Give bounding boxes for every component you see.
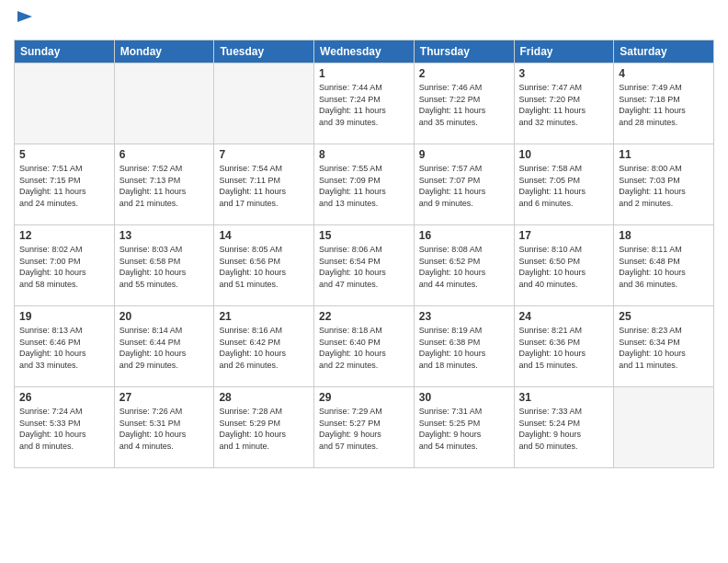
day-info: Sunrise: 7:54 AM Sunset: 7:11 PM Dayligh… <box>219 163 309 209</box>
day-info: Sunrise: 8:06 AM Sunset: 6:54 PM Dayligh… <box>319 244 409 290</box>
day-number: 23 <box>419 310 509 323</box>
day-info: Sunrise: 7:29 AM Sunset: 5:27 PM Dayligh… <box>319 406 409 452</box>
day-info: Sunrise: 8:02 AM Sunset: 7:00 PM Dayligh… <box>19 244 109 290</box>
day-number: 6 <box>119 148 210 161</box>
calendar-cell: 4Sunrise: 7:49 AM Sunset: 7:18 PM Daylig… <box>614 63 714 144</box>
svg-marker-0 <box>17 11 32 22</box>
day-info: Sunrise: 8:03 AM Sunset: 6:58 PM Dayligh… <box>119 244 210 290</box>
day-info: Sunrise: 7:46 AM Sunset: 7:22 PM Dayligh… <box>419 82 509 128</box>
day-number: 14 <box>219 229 309 242</box>
weekday-header: Friday <box>514 40 614 63</box>
calendar-cell: 24Sunrise: 8:21 AM Sunset: 6:36 PM Dayli… <box>514 306 614 387</box>
day-number: 4 <box>619 67 709 80</box>
weekday-header: Wednesday <box>314 40 415 63</box>
day-number: 12 <box>19 229 109 242</box>
calendar-cell: 20Sunrise: 8:14 AM Sunset: 6:44 PM Dayli… <box>114 306 214 387</box>
calendar-week-row: 26Sunrise: 7:24 AM Sunset: 5:33 PM Dayli… <box>15 387 714 468</box>
day-info: Sunrise: 8:21 AM Sunset: 6:36 PM Dayligh… <box>519 325 609 371</box>
day-number: 10 <box>519 148 609 161</box>
day-info: Sunrise: 8:05 AM Sunset: 6:56 PM Dayligh… <box>219 244 309 290</box>
day-info: Sunrise: 7:31 AM Sunset: 5:25 PM Dayligh… <box>419 406 509 452</box>
day-number: 11 <box>619 148 709 161</box>
day-number: 18 <box>619 229 709 242</box>
day-number: 1 <box>319 67 409 80</box>
calendar-header-row: SundayMondayTuesdayWednesdayThursdayFrid… <box>15 40 714 63</box>
day-number: 24 <box>519 310 609 323</box>
calendar-cell: 28Sunrise: 7:28 AM Sunset: 5:29 PM Dayli… <box>214 387 314 468</box>
calendar-cell <box>114 63 214 144</box>
day-info: Sunrise: 7:26 AM Sunset: 5:31 PM Dayligh… <box>119 406 210 452</box>
day-number: 7 <box>219 148 309 161</box>
day-info: Sunrise: 8:08 AM Sunset: 6:52 PM Dayligh… <box>419 244 509 290</box>
weekday-header: Tuesday <box>214 40 314 63</box>
calendar-cell: 27Sunrise: 7:26 AM Sunset: 5:31 PM Dayli… <box>114 387 214 468</box>
calendar-cell: 14Sunrise: 8:05 AM Sunset: 6:56 PM Dayli… <box>214 225 314 306</box>
calendar-cell: 15Sunrise: 8:06 AM Sunset: 6:54 PM Dayli… <box>314 225 415 306</box>
calendar-cell: 12Sunrise: 8:02 AM Sunset: 7:00 PM Dayli… <box>15 225 115 306</box>
day-info: Sunrise: 7:44 AM Sunset: 7:24 PM Dayligh… <box>319 82 409 128</box>
weekday-header: Thursday <box>414 40 514 63</box>
calendar-cell: 11Sunrise: 8:00 AM Sunset: 7:03 PM Dayli… <box>614 144 714 225</box>
weekday-header: Saturday <box>614 40 714 63</box>
calendar-cell: 7Sunrise: 7:54 AM Sunset: 7:11 PM Daylig… <box>214 144 314 225</box>
calendar-cell: 19Sunrise: 8:13 AM Sunset: 6:46 PM Dayli… <box>15 306 115 387</box>
day-info: Sunrise: 8:10 AM Sunset: 6:50 PM Dayligh… <box>519 244 609 290</box>
day-info: Sunrise: 8:18 AM Sunset: 6:40 PM Dayligh… <box>319 325 409 371</box>
day-info: Sunrise: 7:24 AM Sunset: 5:33 PM Dayligh… <box>19 406 109 452</box>
day-info: Sunrise: 8:00 AM Sunset: 7:03 PM Dayligh… <box>619 163 709 209</box>
day-info: Sunrise: 8:14 AM Sunset: 6:44 PM Dayligh… <box>119 325 210 371</box>
day-number: 17 <box>519 229 609 242</box>
calendar-cell: 21Sunrise: 8:16 AM Sunset: 6:42 PM Dayli… <box>214 306 314 387</box>
calendar-cell: 30Sunrise: 7:31 AM Sunset: 5:25 PM Dayli… <box>414 387 514 468</box>
calendar-cell: 10Sunrise: 7:58 AM Sunset: 7:05 PM Dayli… <box>514 144 614 225</box>
calendar-cell: 3Sunrise: 7:47 AM Sunset: 7:20 PM Daylig… <box>514 63 614 144</box>
calendar-cell: 26Sunrise: 7:24 AM Sunset: 5:33 PM Dayli… <box>15 387 115 468</box>
day-number: 5 <box>19 148 109 161</box>
calendar-cell: 29Sunrise: 7:29 AM Sunset: 5:27 PM Dayli… <box>314 387 415 468</box>
day-number: 9 <box>419 148 509 161</box>
calendar-cell: 6Sunrise: 7:52 AM Sunset: 7:13 PM Daylig… <box>114 144 214 225</box>
calendar-cell: 8Sunrise: 7:55 AM Sunset: 7:09 PM Daylig… <box>314 144 415 225</box>
day-info: Sunrise: 8:23 AM Sunset: 6:34 PM Dayligh… <box>619 325 709 371</box>
day-number: 31 <box>519 391 609 404</box>
page: SundayMondayTuesdayWednesdayThursdayFrid… <box>0 0 728 563</box>
day-info: Sunrise: 7:49 AM Sunset: 7:18 PM Dayligh… <box>619 82 709 128</box>
day-number: 25 <box>619 310 709 323</box>
calendar-cell: 31Sunrise: 7:33 AM Sunset: 5:24 PM Dayli… <box>514 387 614 468</box>
day-info: Sunrise: 8:16 AM Sunset: 6:42 PM Dayligh… <box>219 325 309 371</box>
day-info: Sunrise: 7:55 AM Sunset: 7:09 PM Dayligh… <box>319 163 409 209</box>
day-number: 13 <box>119 229 210 242</box>
day-info: Sunrise: 8:11 AM Sunset: 6:48 PM Dayligh… <box>619 244 709 290</box>
calendar-cell <box>614 387 714 468</box>
day-number: 29 <box>319 391 409 404</box>
calendar-week-row: 19Sunrise: 8:13 AM Sunset: 6:46 PM Dayli… <box>15 306 714 387</box>
day-info: Sunrise: 7:28 AM Sunset: 5:29 PM Dayligh… <box>219 406 309 452</box>
day-info: Sunrise: 7:57 AM Sunset: 7:07 PM Dayligh… <box>419 163 509 209</box>
day-info: Sunrise: 8:13 AM Sunset: 6:46 PM Dayligh… <box>19 325 109 371</box>
weekday-header: Sunday <box>15 40 115 63</box>
day-number: 8 <box>319 148 409 161</box>
calendar-cell: 23Sunrise: 8:19 AM Sunset: 6:38 PM Dayli… <box>414 306 514 387</box>
day-number: 16 <box>419 229 509 242</box>
calendar-cell: 22Sunrise: 8:18 AM Sunset: 6:40 PM Dayli… <box>314 306 415 387</box>
calendar-cell: 1Sunrise: 7:44 AM Sunset: 7:24 PM Daylig… <box>314 63 415 144</box>
weekday-header: Monday <box>114 40 214 63</box>
day-info: Sunrise: 8:19 AM Sunset: 6:38 PM Dayligh… <box>419 325 509 371</box>
day-number: 22 <box>319 310 409 323</box>
day-number: 27 <box>119 391 210 404</box>
calendar-cell: 17Sunrise: 8:10 AM Sunset: 6:50 PM Dayli… <box>514 225 614 306</box>
header <box>14 9 714 32</box>
calendar-week-row: 12Sunrise: 8:02 AM Sunset: 7:00 PM Dayli… <box>15 225 714 306</box>
calendar-week-row: 5Sunrise: 7:51 AM Sunset: 7:15 PM Daylig… <box>15 144 714 225</box>
day-number: 26 <box>19 391 109 404</box>
day-number: 3 <box>519 67 609 80</box>
calendar-table: SundayMondayTuesdayWednesdayThursdayFrid… <box>14 40 714 468</box>
calendar-cell: 5Sunrise: 7:51 AM Sunset: 7:15 PM Daylig… <box>15 144 115 225</box>
day-info: Sunrise: 7:52 AM Sunset: 7:13 PM Dayligh… <box>119 163 210 209</box>
calendar-cell <box>214 63 314 144</box>
calendar-cell: 2Sunrise: 7:46 AM Sunset: 7:22 PM Daylig… <box>414 63 514 144</box>
calendar-week-row: 1Sunrise: 7:44 AM Sunset: 7:24 PM Daylig… <box>15 63 714 144</box>
calendar-cell <box>15 63 115 144</box>
day-number: 2 <box>419 67 509 80</box>
logo-flag-icon <box>16 9 34 28</box>
